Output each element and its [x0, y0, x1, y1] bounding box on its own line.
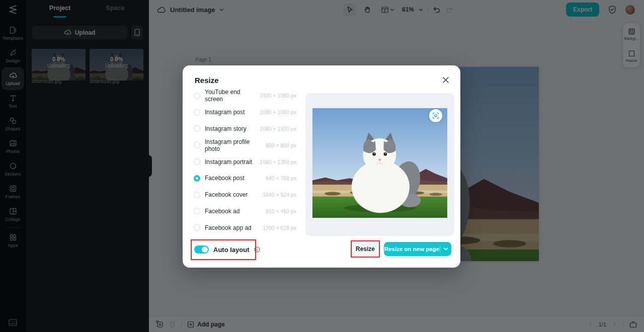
preset-label: Instagram post	[205, 109, 260, 116]
close-icon[interactable]	[442, 76, 449, 84]
crop-focus-icon	[432, 112, 439, 119]
preset-option-facebook-app-ad[interactable]: Facebook app ad 1200 × 628 px	[194, 219, 296, 236]
preset-option-facebook-cover[interactable]: Facebook cover 1640 × 924 px	[194, 187, 296, 203]
auto-layout-row: Auto layout	[194, 245, 260, 254]
preset-size: 800 × 800 px	[266, 142, 296, 148]
preset-size: 1080 × 1350 px	[260, 159, 296, 165]
preset-label: Instagram profile photo	[205, 138, 266, 152]
preset-size: 1920 × 1080 px	[260, 93, 296, 99]
preset-label: Instagram story	[205, 125, 260, 132]
radio-button[interactable]	[194, 125, 200, 132]
radio-button[interactable]	[194, 93, 200, 99]
resize-preview-panel	[305, 93, 454, 236]
preset-size: 1080 × 1920 px	[260, 126, 296, 132]
preset-size: 940 × 788 px	[266, 175, 296, 181]
auto-layout-label: Auto layout	[213, 246, 250, 254]
radio-button[interactable]	[194, 109, 200, 116]
resize-button[interactable]: Resize	[352, 242, 378, 256]
info-icon[interactable]	[254, 246, 260, 253]
preset-option-instagram-story[interactable]: Instagram story 1080 × 1920 px	[194, 121, 296, 137]
chevron-down-icon	[443, 246, 448, 252]
preset-label: Instagram portrait	[205, 158, 260, 165]
resize-dialog: Resize YouTube end screen 1920 × 1080 px…	[183, 65, 460, 268]
split-button-chevron[interactable]	[440, 246, 451, 252]
radio-button[interactable]	[194, 142, 200, 148]
preset-option-instagram-portrait[interactable]: Instagram portrait 1080 × 1350 px	[194, 153, 296, 170]
radio-button[interactable]	[194, 224, 200, 231]
preset-size: 1200 × 628 px	[263, 225, 296, 231]
preset-option-instagram-profile-photo[interactable]: Instagram profile photo 800 × 800 px	[194, 137, 296, 153]
dialog-title: Resize	[195, 76, 219, 85]
preset-option-facebook-ad[interactable]: Facebook ad 810 × 450 px	[194, 203, 296, 220]
preset-option-instagram-post[interactable]: Instagram post 1080 × 1080 px	[194, 104, 296, 121]
preset-label: Facebook cover	[205, 191, 263, 198]
preset-size: 1080 × 1080 px	[260, 109, 296, 115]
resize-on-new-page-button[interactable]: Resize on new page	[384, 242, 451, 256]
preview-image	[312, 108, 447, 218]
radio-button-selected[interactable]	[194, 175, 200, 182]
preset-size: 1640 × 924 px	[263, 192, 296, 198]
radio-button[interactable]	[194, 192, 200, 198]
preset-list: YouTube end screen 1920 × 1080 px Instag…	[194, 88, 296, 236]
radio-button[interactable]	[194, 208, 200, 214]
preset-size: 810 × 450 px	[266, 208, 296, 214]
preset-label: Facebook post	[205, 175, 266, 182]
preset-label: Facebook app ad	[205, 224, 263, 231]
preset-label: Facebook ad	[205, 208, 266, 215]
preset-option-facebook-post[interactable]: Facebook post 940 × 788 px	[194, 170, 296, 187]
radio-button[interactable]	[194, 158, 200, 165]
smart-crop-button[interactable]	[429, 109, 442, 122]
preset-label: YouTube end screen	[205, 89, 260, 103]
preset-option-youtube-end-screen[interactable]: YouTube end screen 1920 × 1080 px	[194, 88, 296, 104]
resize-on-new-page-label: Resize on new page	[384, 246, 440, 252]
toggle-knob	[202, 246, 208, 253]
auto-layout-toggle[interactable]	[194, 245, 209, 254]
